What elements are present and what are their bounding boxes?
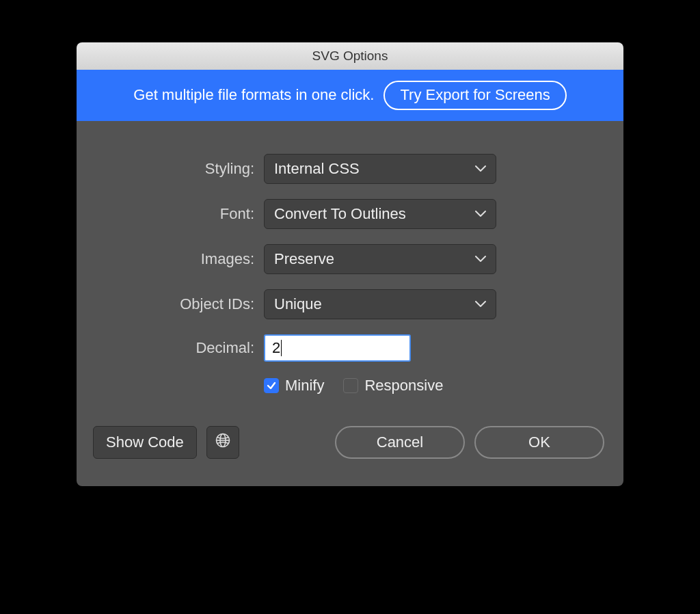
font-dropdown[interactable]: Convert To Outlines xyxy=(264,199,496,229)
decimal-input[interactable]: 2 xyxy=(264,334,411,362)
svg-options-dialog: SVG Options Get multiple file formats in… xyxy=(77,42,623,486)
chevron-down-icon xyxy=(475,256,486,263)
minify-label: Minify xyxy=(285,377,324,395)
checkbox-icon xyxy=(264,378,279,393)
checkbox-row: Minify Responsive xyxy=(93,377,604,395)
responsive-label: Responsive xyxy=(364,377,443,395)
object-ids-row: Object IDs: Unique xyxy=(93,289,604,319)
try-export-for-screens-label: Try Export for Screens xyxy=(400,86,550,103)
show-code-button[interactable]: Show Code xyxy=(93,426,197,459)
dialog-titlebar[interactable]: SVG Options xyxy=(77,42,623,70)
dialog-title: SVG Options xyxy=(312,49,388,64)
font-row: Font: Convert To Outlines xyxy=(93,199,604,229)
decimal-row: Decimal: 2 xyxy=(93,334,604,362)
cancel-button[interactable]: Cancel xyxy=(335,426,465,459)
minify-checkbox[interactable]: Minify xyxy=(264,377,324,395)
dialog-footer: Show Code Cancel OK xyxy=(93,426,604,459)
cancel-label: Cancel xyxy=(377,433,423,451)
try-export-for-screens-button[interactable]: Try Export for Screens xyxy=(383,81,566,110)
globe-icon xyxy=(215,432,231,453)
web-preview-button[interactable] xyxy=(206,426,239,459)
styling-value: Internal CSS xyxy=(274,160,360,178)
dialog-body: Styling: Internal CSS Font: Convert To O… xyxy=(77,121,623,486)
chevron-down-icon xyxy=(475,301,486,308)
responsive-checkbox[interactable]: Responsive xyxy=(343,377,443,395)
images-dropdown[interactable]: Preserve xyxy=(264,244,496,274)
ok-button[interactable]: OK xyxy=(474,426,604,459)
images-value: Preserve xyxy=(274,250,334,268)
checkbox-icon xyxy=(343,378,358,393)
styling-row: Styling: Internal CSS xyxy=(93,154,604,184)
promo-banner: Get multiple file formats in one click. … xyxy=(77,70,623,121)
chevron-down-icon xyxy=(475,165,486,172)
object-ids-label: Object IDs: xyxy=(93,295,264,313)
font-value: Convert To Outlines xyxy=(274,205,406,223)
promo-text: Get multiple file formats in one click. xyxy=(133,86,374,104)
text-caret xyxy=(281,340,282,356)
styling-label: Styling: xyxy=(93,160,264,178)
images-label: Images: xyxy=(93,250,264,268)
decimal-value: 2 xyxy=(272,339,280,357)
object-ids-dropdown[interactable]: Unique xyxy=(264,289,496,319)
chevron-down-icon xyxy=(475,211,486,217)
show-code-label: Show Code xyxy=(106,433,184,451)
decimal-label: Decimal: xyxy=(93,339,264,357)
font-label: Font: xyxy=(93,205,264,223)
images-row: Images: Preserve xyxy=(93,244,604,274)
ok-label: OK xyxy=(528,433,550,451)
object-ids-value: Unique xyxy=(274,295,322,313)
styling-dropdown[interactable]: Internal CSS xyxy=(264,154,496,184)
